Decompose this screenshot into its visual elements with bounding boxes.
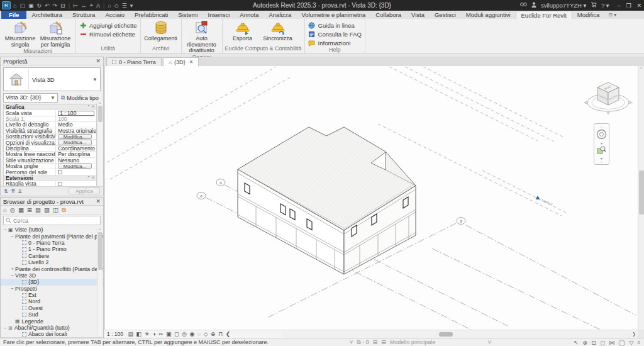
home-icon[interactable]: ⌂: [13, 3, 16, 9]
ribbon-tab-file[interactable]: File: [1, 11, 26, 19]
lock-3d-view-icon[interactable]: ◻: [174, 331, 179, 337]
consulta-le-faq-button[interactable]: Consulta le FAQ: [308, 30, 362, 38]
temporary-view-properties-icon[interactable]: ◌: [197, 331, 201, 337]
property-value[interactable]: Nessuno: [55, 158, 96, 163]
property-value[interactable]: Coordinamento: [55, 146, 96, 151]
undo-icon[interactable]: ↶: [45, 3, 50, 9]
tree-item-3d[interactable]: {3D}: [1, 279, 103, 285]
sheets-icon[interactable]: ▤: [35, 206, 41, 213]
select-underlay-icon[interactable]: ⊕: [582, 339, 587, 346]
restore-button[interactable]: ❒: [626, 3, 631, 9]
ribbon-tab-modifica[interactable]: Modifica: [572, 11, 604, 19]
esporta-button[interactable]: Esporta: [226, 20, 260, 42]
tree-item-piante-dei-controsoffitti-pianta-dei-controsoffitti[interactable]: +Piante dei controsoffitti (Pianta dei c…: [1, 265, 103, 272]
section-collapse-icon[interactable]: ⌃ ˄: [87, 104, 96, 109]
level-marker[interactable]: Livello 2: [536, 196, 553, 206]
tree-item-livello-2[interactable]: Livello 2: [1, 259, 103, 265]
canvas-horizontal-scrollbar[interactable]: ❯: [282, 330, 638, 338]
close-icon[interactable]: ✕: [96, 198, 101, 204]
groups-icon[interactable]: ◫: [53, 206, 58, 213]
property-value[interactable]: Mostra originale: [55, 128, 96, 133]
zoom-tool-icon[interactable]: [597, 145, 606, 156]
active-design-option[interactable]: Modello principale: [390, 339, 484, 345]
property-value[interactable]: 1 : 100: [55, 110, 96, 115]
worksharing-display-icon[interactable]: ◇: [204, 331, 208, 337]
collapse-icon[interactable]: −: [9, 286, 15, 291]
section-icon[interactable]: ◇: [114, 3, 119, 9]
ribbon-tab-annota[interactable]: Annota: [235, 11, 264, 19]
select-pinned-icon[interactable]: ⊡: [591, 339, 596, 346]
property-value[interactable]: Medio: [55, 122, 96, 127]
ribbon-tab-collabora[interactable]: Collabora: [370, 11, 406, 19]
modifica-button[interactable]: Modifica...: [58, 140, 92, 145]
collapse-icon[interactable]: −: [3, 227, 8, 233]
customize-qat-icon[interactable]: ▾: [130, 3, 133, 9]
chevron-down-icon[interactable]: ▾: [601, 156, 602, 160]
scroll-right-arrow[interactable]: ❯: [632, 332, 636, 337]
tree-item-nord[interactable]: Nord: [1, 298, 103, 304]
minimize-button[interactable]: –: [617, 3, 620, 9]
chevron-down-icon[interactable]: ˅: [350, 339, 353, 345]
navbar-options[interactable]: ○: [601, 160, 603, 164]
worksets-icon[interactable]: ⊟: [373, 339, 378, 345]
properties-scrollbar[interactable]: ˄: [97, 101, 103, 185]
property-value[interactable]: 100: [55, 116, 96, 121]
displace-elements-icon[interactable]: ⊕: [211, 331, 216, 337]
ribbon-tab-moduli-aggiuntivi[interactable]: Moduli aggiuntivi: [461, 11, 516, 19]
tree-item-1-piano-primo[interactable]: 1 - Piano Primo: [1, 246, 103, 252]
shadows-icon[interactable]: ◑: [152, 331, 155, 337]
collegamenti-button[interactable]: Collegamenti: [144, 20, 178, 42]
background-processes-icon[interactable]: ◯: [619, 339, 626, 346]
drawing-area[interactable]: Livello 2 6 8 9: [104, 66, 638, 330]
rimuovi-etichette-button[interactable]: Rimuovi etichette: [79, 30, 137, 38]
building-model[interactable]: [238, 127, 416, 274]
ribbon-tab-gestisci[interactable]: Gestisci: [430, 11, 461, 19]
ribbon-tab-sistemi[interactable]: Sistemi: [173, 11, 203, 19]
section-collapse-icon[interactable]: ⌃ ˄: [87, 176, 96, 181]
chevron-down-icon[interactable]: ▾: [601, 141, 602, 145]
views-icon[interactable]: ▦: [18, 206, 24, 213]
close-button[interactable]: ✕: [636, 3, 641, 9]
sun-path-icon[interactable]: ☀: [145, 331, 150, 337]
expand-icon[interactable]: +: [9, 266, 15, 272]
reveal-hidden-icon[interactable]: ◉: [189, 331, 194, 337]
constraints-icon[interactable]: ⊓: [218, 331, 223, 337]
tree-item-abachi-quantit-tutto[interactable]: −⊞Abachi/Quantità (tutto): [1, 325, 103, 331]
browser-scrollbar[interactable]: ˄: [97, 228, 103, 336]
modifica-button[interactable]: Modifica...: [58, 134, 92, 139]
apply-button[interactable]: Applica: [69, 187, 100, 194]
collapse-icon[interactable]: −: [3, 325, 8, 331]
viewcube[interactable]: ALTO FRONTE DESTRA: [584, 82, 633, 114]
design-options-icon[interactable]: ⊟: [381, 339, 386, 345]
ribbon-tab-struttura[interactable]: Struttura: [67, 11, 100, 19]
thin-lines-icon[interactable]: ☰: [122, 3, 127, 9]
property-value[interactable]: Modifica...: [55, 164, 96, 169]
checkbox-unchecked[interactable]: [58, 182, 62, 186]
sort-ascending-icon[interactable]: ⇅: [4, 188, 8, 194]
property-value[interactable]: Modifica...: [55, 140, 96, 145]
tree-item-est[interactable]: Est: [1, 292, 103, 298]
misurazione-singola-button[interactable]: Misurazione singola: [3, 20, 37, 48]
guida-in-linea-button[interactable]: Guida in linea: [308, 21, 362, 29]
signed-in-user[interactable]: sviluppo7TYZH ▾: [541, 2, 586, 9]
view-selector-dropdown[interactable]: Vista 3D: {3D}▼: [3, 93, 58, 103]
aggiungi-etichette-button[interactable]: Aggiungi etichette: [79, 21, 137, 29]
editing-requests[interactable]: ⧉ · 0: [357, 339, 369, 346]
store-cart-icon[interactable]: [591, 2, 597, 9]
edit-type-button[interactable]: ⧉Modifica tipo: [58, 94, 101, 101]
selection-filter-icon[interactable]: ▽: [629, 339, 633, 346]
app-icon[interactable]: R: [2, 1, 11, 9]
sincronizza-button[interactable]: Sincronizza: [261, 20, 295, 42]
sync-icon[interactable]: ↻: [36, 3, 42, 9]
schedules-icon[interactable]: ⊞: [27, 206, 32, 213]
save-icon[interactable]: ▣: [28, 3, 34, 9]
modifica-button[interactable]: Modifica...: [58, 164, 92, 169]
ribbon-tab-prefabbricati[interactable]: Prefabbricati: [130, 11, 173, 19]
collapse-icon[interactable]: −: [9, 233, 15, 239]
ribbon-tab-volumetrie-e-planimetria[interactable]: Volumetrie e planimetria: [296, 11, 370, 19]
tag-icon[interactable]: ⌖: [90, 2, 93, 9]
crop-view-icon[interactable]: ✂: [158, 331, 164, 337]
chevron-down-icon[interactable]: ˅: [488, 339, 491, 345]
default-3d-view-icon[interactable]: ⌂: [108, 3, 111, 9]
aligned-dimension-icon[interactable]: ↔: [81, 3, 87, 9]
